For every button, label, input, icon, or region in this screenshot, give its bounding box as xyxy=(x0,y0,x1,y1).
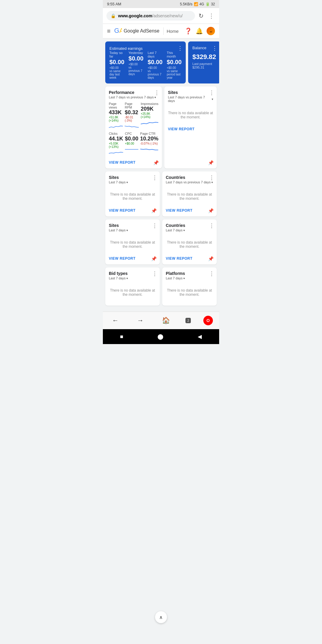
tabs-button[interactable]: 2 xyxy=(185,318,191,323)
mini-chart-clicks xyxy=(109,150,123,156)
widget-sites-7d-b-view-report[interactable]: VIEW REPORT xyxy=(109,256,136,261)
bell-icon[interactable]: 🔔 xyxy=(196,27,203,35)
metric-clicks-delta: +5.03K (+13%) xyxy=(109,142,123,148)
widget-sites-7d-a-view-report[interactable]: VIEW REPORT xyxy=(109,208,136,213)
earn-value-yesterday: $0.00 xyxy=(129,55,143,62)
forward-button[interactable]: → xyxy=(134,315,147,326)
widget-sites-7d-a-menu[interactable]: ⋮ xyxy=(152,174,157,181)
metric-pageviews-value: 433K xyxy=(109,109,123,116)
widget-platforms-subtitle-text: Last 7 days xyxy=(166,276,182,280)
widget-sites-7d-vs-dropdown[interactable]: ▾ xyxy=(212,97,213,101)
earn-label-thismonth: This month xyxy=(167,51,182,58)
widget-bid-types-dropdown[interactable]: ▾ xyxy=(126,277,128,280)
logo-area: GA Google AdSense xyxy=(114,27,160,35)
widget-sites-7d-b-menu[interactable]: ⋮ xyxy=(152,222,157,229)
widget-countries-7d-vs-pin[interactable]: 📌 xyxy=(208,208,214,213)
earnings-card-menu[interactable]: ⋮ xyxy=(177,45,183,52)
avatar[interactable]: 🎃 xyxy=(207,27,215,35)
widget-platforms: Platforms Last 7 days ▾ ⋮ There is no da… xyxy=(162,267,217,306)
performance-menu[interactable]: ⋮ xyxy=(154,89,160,96)
battery-level: 32 xyxy=(211,2,215,6)
widget-sites-7d-vs-menu[interactable]: ⋮ xyxy=(209,89,214,96)
browser-menu-button[interactable]: ⋮ xyxy=(207,11,216,21)
widget-countries-7d-vs-dropdown[interactable]: ▾ xyxy=(211,181,213,184)
back-button[interactable]: ← xyxy=(109,315,122,326)
widget-platforms-dropdown[interactable]: ▾ xyxy=(183,277,185,280)
widget-countries-7d-a-pin[interactable]: 📌 xyxy=(208,256,214,261)
widget-bid-types-menu[interactable]: ⋮ xyxy=(152,270,157,277)
metric-pageviews: Page views 433K +51.8K (+14%) xyxy=(109,102,123,129)
balance-card-menu[interactable]: ⋮ xyxy=(212,45,217,52)
performance-dropdown-arrow[interactable]: ▾ xyxy=(154,96,156,99)
widget-sites-7d-vs-pin[interactable]: 📌 xyxy=(208,160,214,165)
widget-countries-7d-a-dropdown[interactable]: ▾ xyxy=(183,229,185,232)
widget-countries-7d-vs-view-report[interactable]: VIEW REPORT xyxy=(166,208,193,213)
widget-sites-7d-a-subtitle: Last 7 days ▾ xyxy=(109,180,156,184)
metric-pagectr-value: 10.20% xyxy=(140,136,158,142)
metric-clicks-label: Clicks xyxy=(109,132,123,135)
widget-sites-7d-b-pin[interactable]: 📌 xyxy=(151,256,157,261)
earn-delta-today: +$0.00vs same day last week xyxy=(109,66,124,79)
android-square-btn[interactable]: ■ xyxy=(120,334,123,340)
earn-value-thismonth: $0.00 xyxy=(167,59,182,66)
metric-pagerpm-delta: -$0.01 (-3%) xyxy=(125,116,139,122)
nav-home[interactable]: Home xyxy=(163,27,182,35)
widget-countries-7d-vs-subtitle-text: Last 7 days vs previous 7 days xyxy=(166,180,210,184)
widget-platforms-menu[interactable]: ⋮ xyxy=(209,270,214,277)
svg-text:GA: GA xyxy=(114,27,122,34)
url-bar[interactable]: 🔒 www.google.com/adsense/new/u/ xyxy=(106,11,195,21)
earn-delta-thismonth: +$0.00vs same period last year xyxy=(167,66,182,79)
metric-pagectr-label: Page CTR xyxy=(140,132,158,135)
performance-view-report[interactable]: VIEW REPORT xyxy=(109,160,136,165)
widget-sites-7d-b-subtitle: Last 7 days ▾ xyxy=(109,228,156,232)
widget-sites-7d-a-dropdown[interactable]: ▾ xyxy=(126,181,128,184)
metric-cpc-label: CPC xyxy=(125,132,138,135)
metric-cpc: CPC $0.00 +$0.00 xyxy=(125,132,138,156)
status-bar: 9:55 AM 5.5KB/s 📶 4G 🔋 32 xyxy=(103,0,219,8)
performance-sites-row: Performance Last 7 days vs previous 7 da… xyxy=(105,86,217,168)
widget-countries-7d-vs-menu[interactable]: ⋮ xyxy=(209,174,214,181)
android-circle-btn[interactable]: ⬤ xyxy=(157,333,163,340)
widget-sites-7d-b-subtitle-text: Last 7 days xyxy=(109,228,126,232)
android-triangle-btn[interactable]: ◀ xyxy=(198,333,202,340)
widget-sites-7d-vs-view-report[interactable]: VIEW REPORT xyxy=(168,127,195,131)
widget-sites-7d-b-dropdown[interactable]: ▾ xyxy=(126,229,128,232)
widget-countries-7d-a-view-report[interactable]: VIEW REPORT xyxy=(166,256,193,261)
metric-pagectr: Page CTR 10.20% -0.07% (-1%) xyxy=(140,132,158,156)
widget-countries-7d-vs-subtitle: Last 7 days vs previous 7 days ▾ xyxy=(166,180,213,184)
last-payment-value: $295.31 xyxy=(192,66,216,69)
signal-icon: 📶 xyxy=(194,2,198,6)
widget-countries-7d-vs: Countries Last 7 days vs previous 7 days… xyxy=(162,171,217,216)
browser-bar: 🔒 www.google.com/adsense/new/u/ ↻ ⋮ xyxy=(103,8,219,24)
mini-chart-cpc xyxy=(125,146,138,152)
performance-title: Performance xyxy=(109,90,158,95)
widget-platforms-no-data: There is no data available at the moment… xyxy=(166,283,213,302)
widget-platforms-title: Platforms xyxy=(166,271,213,276)
row-4: Bid types Last 7 days ▾ ⋮ There is no da… xyxy=(105,267,217,306)
widget-bid-types-subtitle-text: Last 7 days xyxy=(109,276,126,280)
app-header: ≡ GA Google AdSense Home ❓ 🔔 🎃 xyxy=(103,24,219,38)
hamburger-menu[interactable]: ≡ xyxy=(107,28,111,35)
performance-pin-icon[interactable]: 📌 xyxy=(153,160,159,165)
earning-today: Today so far $0.00 +$0.00vs same day las… xyxy=(109,51,124,79)
widget-sites-7d-vs-no-data: There is no data available at the moment… xyxy=(168,106,213,125)
balance-card: Balance ⋮ $329.82 Last payment $295.31 xyxy=(188,41,219,83)
widget-sites-7d-b: Sites Last 7 days ▾ ⋮ There is no data a… xyxy=(105,219,160,264)
widget-sites-7d-a-pin[interactable]: 📌 xyxy=(151,208,157,213)
widget-countries-7d-a-menu[interactable]: ⋮ xyxy=(209,222,214,229)
widget-countries-7d-a: Countries Last 7 days ▾ ⋮ There is no da… xyxy=(162,219,217,264)
metric-pagerpm: Page RPM $0.32 -$0.01 (-3%) xyxy=(125,102,139,129)
widget-sites-7d-vs-subtitle: Last 7 days vs previous 7 days ▾ xyxy=(168,95,213,103)
home-button[interactable]: 🏠 xyxy=(159,315,173,326)
earnings-card-title: Estimated earnings xyxy=(109,46,143,51)
mini-chart-impressions xyxy=(141,120,158,126)
row-3: Sites Last 7 days ▾ ⋮ There is no data a… xyxy=(105,219,217,264)
balance-sub: Last payment $295.31 xyxy=(192,62,216,69)
lock-icon: 🔒 xyxy=(111,13,116,18)
earnings-grid: Today so far $0.00 +$0.00vs same day las… xyxy=(109,51,182,79)
help-icon[interactable]: ❓ xyxy=(185,27,192,35)
reload-button[interactable]: ↻ xyxy=(197,11,205,21)
opera-button[interactable]: O xyxy=(203,316,213,325)
metric-cpc-value: $0.00 xyxy=(125,136,138,142)
metric-clicks-value: 44.1K xyxy=(109,136,123,142)
